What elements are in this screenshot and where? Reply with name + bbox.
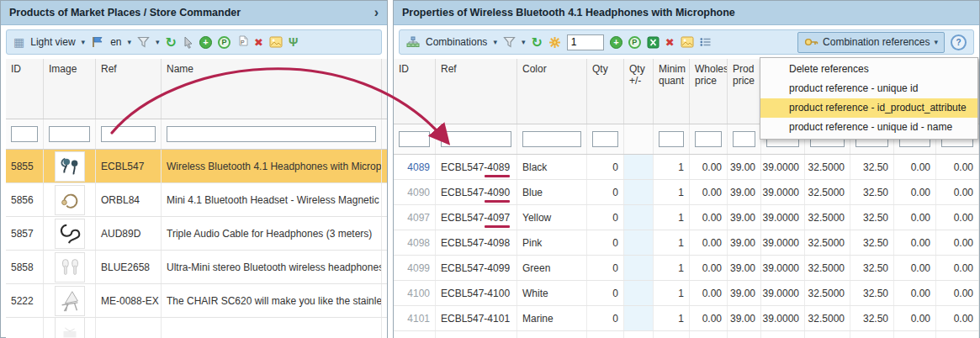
filter-input-7[interactable] bbox=[733, 131, 755, 147]
combination-row[interactable]: 4101ECBL547-4101Marine010.0039.0039.0000… bbox=[394, 306, 979, 331]
combination-price-4-cell: 32.50 bbox=[850, 230, 894, 255]
language-caret-icon[interactable]: ▾ bbox=[128, 38, 132, 46]
product-thumbnail bbox=[55, 286, 85, 316]
view-mode-label[interactable]: Light view bbox=[30, 36, 75, 48]
combination-min-quantity-cell: 1 bbox=[654, 281, 690, 305]
filter-input-3[interactable] bbox=[592, 131, 618, 147]
filter-input-ref[interactable] bbox=[101, 126, 156, 142]
product-row[interactable]: 5856ORBL84Mini 4.1 Bluetooth Headset - W… bbox=[6, 183, 387, 217]
copy-product-icon[interactable]: P bbox=[236, 35, 248, 49]
column-header-minim-quant: Minim quant bbox=[654, 59, 690, 124]
combination-references-button[interactable]: Combination references ▾ bbox=[797, 32, 945, 53]
combinations-label[interactable]: Combinations bbox=[426, 36, 487, 48]
combination-min-quantity-cell: 1 bbox=[654, 256, 690, 280]
combination-price-6-cell: 0.00 bbox=[936, 205, 979, 230]
product-thumbnail bbox=[55, 318, 85, 338]
combination-row[interactable]: 4099ECBL547-4099Green010.0039.0039.00003… bbox=[394, 256, 979, 281]
filter-input-name[interactable] bbox=[167, 126, 376, 142]
product-ref-cell: BLUE2658 bbox=[96, 251, 162, 283]
list-options-icon[interactable] bbox=[700, 37, 712, 47]
product-row[interactable]: 5858BLUE2658Ultra-Mini stereo Bluetooth … bbox=[6, 251, 387, 284]
combination-id-cell[interactable]: 4089 bbox=[394, 155, 436, 179]
edit-image-icon[interactable] bbox=[269, 36, 283, 48]
menu-item[interactable]: product reference - unique id - name bbox=[760, 118, 977, 137]
combination-price-3-cell: 32.5000 bbox=[805, 306, 850, 330]
language-flag-icon[interactable] bbox=[91, 36, 104, 48]
combination-row[interactable]: 4098ECBL547-4098Pink010.0039.0039.000032… bbox=[394, 230, 979, 256]
export-excel-icon[interactable] bbox=[647, 36, 660, 49]
combinations-tree-icon[interactable] bbox=[406, 36, 420, 48]
menu-item[interactable]: product reference - id_product_attribute bbox=[760, 98, 977, 118]
column-header-name: Name bbox=[162, 59, 382, 119]
product-row[interactable]: 5855ECBL547Wireless Bluetooth 4.1 Headph… bbox=[6, 150, 387, 183]
refresh-icon[interactable]: ↻ bbox=[531, 34, 542, 50]
duplicate-product-icon[interactable]: P bbox=[218, 36, 230, 49]
duplicate-combination-icon[interactable]: P bbox=[628, 36, 641, 49]
combination-ref-cell: ECBL547-4099 bbox=[436, 256, 517, 280]
filter-input-6[interactable] bbox=[695, 131, 722, 147]
filter-input-5[interactable] bbox=[659, 131, 684, 147]
view-mode-icon[interactable]: ▦ bbox=[13, 35, 24, 49]
combination-wholesale-price-cell: 0.00 bbox=[690, 180, 728, 204]
menu-item[interactable]: product reference - unique id bbox=[760, 79, 977, 98]
collapse-panel-icon[interactable]: › bbox=[374, 5, 379, 20]
view-mode-caret-icon[interactable]: ▾ bbox=[82, 38, 86, 46]
filter-cell-5 bbox=[654, 124, 690, 154]
filter-cell-image bbox=[44, 119, 96, 149]
filter-input-2[interactable] bbox=[522, 131, 581, 147]
combination-price-2-cell: 39.0000 bbox=[761, 281, 805, 305]
combinations-caret-icon[interactable]: ▾ bbox=[493, 38, 497, 46]
column-header-wholes-price: Wholes price bbox=[690, 59, 728, 124]
add-product-icon[interactable]: + bbox=[199, 36, 212, 49]
combinations-table-body: 4089ECBL547-4089Black010.0039.0039.00003… bbox=[394, 155, 979, 338]
edit-image-icon[interactable] bbox=[681, 36, 694, 48]
combination-row[interactable]: 4089ECBL547-4089Black010.0039.0039.00003… bbox=[394, 155, 979, 180]
help-icon[interactable]: ? bbox=[951, 34, 967, 50]
attributes-icon[interactable]: Ψ bbox=[289, 35, 298, 49]
filter-input-0[interactable] bbox=[399, 131, 430, 147]
combination-row-partial bbox=[394, 331, 979, 338]
combination-price-2-cell: 39.0000 bbox=[761, 230, 805, 255]
menu-item[interactable]: Delete references bbox=[760, 60, 977, 79]
filter-icon[interactable] bbox=[137, 36, 150, 48]
filter-caret-icon[interactable]: ▾ bbox=[156, 38, 160, 46]
filter-input-id[interactable] bbox=[11, 126, 38, 142]
empty-cell bbox=[936, 331, 979, 338]
filter-input-1[interactable] bbox=[441, 131, 511, 147]
add-combination-icon[interactable]: + bbox=[610, 36, 622, 49]
combination-price-3-cell: 32.5000 bbox=[805, 205, 850, 230]
combination-id-cell: 4090 bbox=[394, 180, 436, 204]
combination-price-2-cell: 39.0000 bbox=[761, 180, 805, 204]
combination-product-price-cell: 39.00 bbox=[728, 205, 761, 230]
combination-row[interactable]: 4090ECBL547-4090Blue010.0039.0039.000032… bbox=[394, 180, 979, 205]
combination-price-6-cell: 0.00 bbox=[936, 306, 979, 330]
product-row[interactable] bbox=[6, 318, 387, 338]
combination-ref-cell: ECBL547-4100 bbox=[436, 281, 517, 305]
products-panel: Products of Market Places / Store Comman… bbox=[0, 0, 388, 338]
combination-price-6-cell: 0.00 bbox=[936, 180, 979, 204]
filter-caret-icon[interactable]: ▾ bbox=[522, 38, 526, 46]
refresh-icon[interactable]: ↻ bbox=[166, 34, 177, 50]
product-image-cell bbox=[44, 150, 96, 182]
filter-input-image[interactable] bbox=[49, 126, 90, 142]
combination-row[interactable]: 4100ECBL547-4100White010.0039.0039.00003… bbox=[394, 281, 979, 306]
product-row[interactable]: 5222ME-0088-EXThe CHAIR SC620 will make … bbox=[6, 284, 387, 318]
combination-references-menu: Delete referencesproduct reference - uni… bbox=[760, 57, 978, 140]
filter-icon[interactable] bbox=[503, 36, 516, 48]
combination-color-cell: Pink bbox=[517, 230, 587, 255]
generate-combinations-icon[interactable] bbox=[548, 36, 561, 49]
language-label[interactable]: en bbox=[110, 36, 121, 48]
product-name-cell: The CHAIR SC620 will make you like the s… bbox=[162, 284, 382, 317]
combination-price-3-cell: 32.5000 bbox=[805, 256, 850, 280]
empty-cell bbox=[436, 331, 517, 338]
filter-cell-3 bbox=[587, 124, 624, 154]
product-name-cell: Mini 4.1 Bluetooth Headset - Wireless Ma… bbox=[162, 183, 382, 216]
delete-combination-icon[interactable]: ✖ bbox=[665, 36, 675, 49]
delete-product-icon[interactable]: ✖ bbox=[254, 36, 263, 49]
combination-row[interactable]: 4097ECBL547-4097Yellow010.0039.0039.0000… bbox=[394, 205, 979, 230]
svg-text:P: P bbox=[241, 40, 245, 45]
empty-cell bbox=[517, 331, 587, 338]
product-row[interactable]: 5857AUD89DTriple Audio Cable for Headpho… bbox=[6, 217, 387, 251]
page-number-input[interactable] bbox=[567, 34, 604, 50]
cursor-select-icon[interactable] bbox=[183, 36, 193, 49]
